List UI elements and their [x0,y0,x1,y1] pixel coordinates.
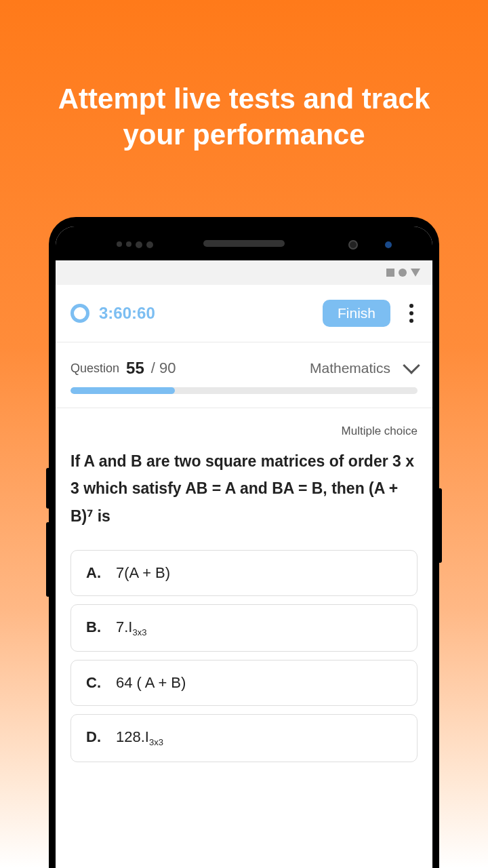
subject-label: Mathematics [310,360,390,376]
timer-icon [70,304,89,323]
question-type: Multiple choice [70,425,418,438]
answer-option[interactable]: C.64 ( A + B) [70,660,418,706]
option-letter: D. [86,728,102,746]
question-label: Question [70,361,119,376]
answer-option[interactable]: A.7(A + B) [70,550,418,596]
status-icon [399,269,407,277]
option-text: 7.I3x3 [116,618,146,637]
phone-button-left-2 [46,522,50,597]
answer-option[interactable]: B.7.I3x3 [70,604,418,652]
question-total: / 90 [151,359,176,377]
option-letter: C. [86,674,102,692]
answer-option[interactable]: D.128.I3x3 [70,714,418,762]
option-text: 7(A + B) [116,564,170,582]
timer-display: 3:60:60 [99,304,313,323]
question-current: 55 [126,359,144,378]
option-letter: B. [86,618,102,636]
phone-button-right [438,488,442,563]
status-icon [411,269,420,277]
option-text: 64 ( A + B) [116,674,186,692]
progress-fill [70,387,175,394]
progress-bar [70,387,418,394]
chevron-down-icon[interactable] [403,357,420,374]
question-header[interactable]: Question 55 / 90 Mathematics [56,342,432,387]
phone-frame: 3:60:60 Finish Question 55 / 90 Mathemat… [49,217,439,868]
status-icon [386,269,394,277]
phone-notch [56,226,432,260]
promo-headline: Attempt live tests and track your perfor… [0,0,488,153]
option-letter: A. [86,564,102,582]
phone-button-left-1 [46,468,50,509]
android-status-bar [56,260,432,285]
question-text: If A and B are two square matrices of or… [70,448,418,530]
option-text: 128.I3x3 [116,728,163,747]
more-menu-icon[interactable] [400,304,418,323]
finish-button[interactable]: Finish [323,300,390,327]
